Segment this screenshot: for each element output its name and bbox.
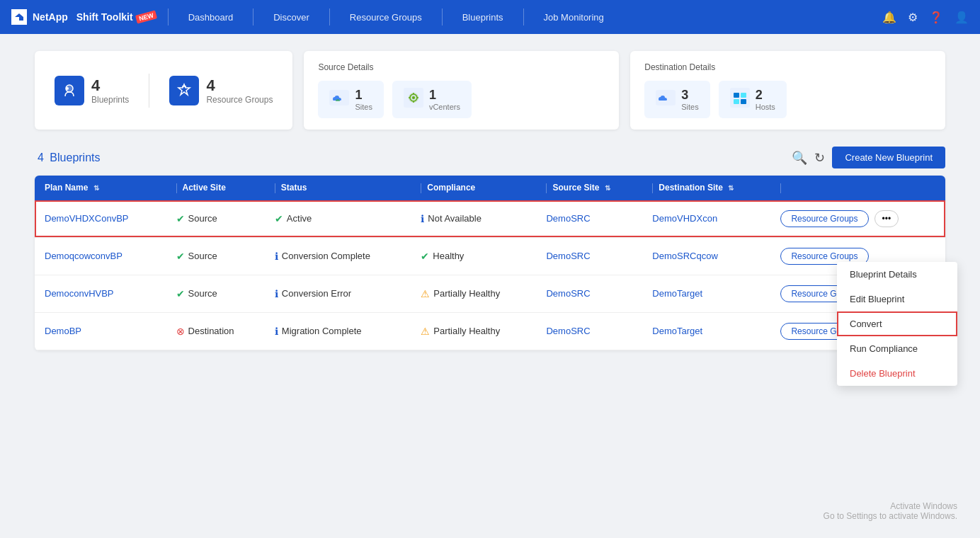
dropdown-item[interactable]: Convert	[837, 311, 957, 336]
svg-rect-10	[734, 93, 739, 98]
col-source-site[interactable]: Source Site ⇅	[536, 176, 642, 200]
table-row[interactable]: DemoBP ⊗ Destination ℹ Migration Complet…	[35, 312, 945, 350]
main-content: 4 Blueprints 4 Resource Groups	[12, 34, 968, 367]
dropdown-item[interactable]: Run Compliance	[837, 336, 957, 361]
blueprints-label: Blueprints	[91, 95, 129, 105]
table-count: 4 Blueprints	[35, 151, 101, 164]
product-badge: NEW	[135, 10, 157, 23]
create-blueprint-button[interactable]: Create New Blueprint	[832, 147, 945, 168]
compliance-badge: ⚠ Partially Healthy	[421, 288, 500, 299]
resource-groups-button[interactable]: Resource Groups	[780, 210, 868, 227]
azure-icon	[730, 88, 750, 111]
dest-hosts-stat: 2 Hosts	[719, 81, 787, 118]
dropdown-item[interactable]: Edit Blueprint	[837, 287, 957, 311]
nav-right-icons: 🔔 ⚙ ❓ 👤	[882, 11, 969, 24]
nav-discover[interactable]: Discover	[265, 12, 318, 23]
svg-point-7	[412, 96, 415, 99]
nav-divider-1	[168, 8, 169, 25]
cell-active-site: ✔ Source	[166, 237, 265, 275]
compliance-badge: ℹ Not Available	[421, 213, 482, 224]
cell-status: ✔ Active	[265, 200, 411, 238]
col-actions	[770, 176, 945, 200]
source-site-link[interactable]: DemoSRC	[546, 213, 590, 224]
active-site-badge: ✔ Source	[176, 213, 217, 224]
warning-icon: ⚠	[421, 326, 430, 337]
dest-site-link[interactable]: DemoTarget	[652, 288, 702, 299]
sort-icon-source-site: ⇅	[605, 184, 610, 192]
source-vcenters-count: 1	[429, 88, 460, 103]
dropdown-item[interactable]: Delete Blueprint	[837, 361, 957, 367]
resource-groups-label: Resource Groups	[206, 95, 273, 105]
source-site-link[interactable]: DemoSRC	[546, 288, 590, 299]
help-icon[interactable]: ❓	[929, 11, 943, 24]
source-sites-stat: 1 Sites	[318, 81, 383, 118]
svg-rect-13	[741, 99, 746, 104]
table-row[interactable]: DemoconvHVBP ✔ Source ℹ Conversion Error…	[35, 275, 945, 312]
plan-name-link[interactable]: DemoqcowconvBP	[45, 251, 122, 261]
sort-icon-plan-name: ⇅	[93, 184, 99, 192]
search-button[interactable]: 🔍	[792, 150, 807, 166]
status-badge: ℹ Migration Complete	[275, 326, 362, 337]
refresh-button[interactable]: ↻	[814, 150, 825, 166]
cell-compliance: ⚠ Partially Healthy	[411, 275, 536, 312]
col-plan-name[interactable]: Plan Name ⇅	[35, 176, 166, 200]
active-site-badge: ✔ Source	[176, 251, 217, 262]
plan-name-link[interactable]: DemoconvHVBP	[45, 288, 114, 299]
brand-name: NetApp	[33, 11, 68, 23]
table-row[interactable]: DemoqcowconvBP ✔ Source ℹ Conversion Com…	[35, 237, 945, 275]
settings-icon[interactable]: ⚙	[908, 11, 918, 24]
check-circle-icon: ✔	[176, 288, 185, 299]
table-header-row: 4 Blueprints 🔍 ↻ Create New Blueprint	[35, 147, 945, 168]
cell-active-site: ⊗ Destination	[166, 312, 265, 350]
status-badge: ℹ Conversion Complete	[275, 251, 370, 262]
source-vcenters-info: 1 vCenters	[429, 88, 460, 111]
col-destination-site[interactable]: Destination Site ⇅	[642, 176, 770, 200]
table-body: DemoVHDXConvBP ✔ Source ✔ Active ℹ Not A…	[35, 200, 945, 350]
svg-rect-11	[741, 93, 746, 98]
nav-resource-groups[interactable]: Resource Groups	[341, 12, 431, 23]
nav-blueprints[interactable]: Blueprints	[454, 12, 512, 23]
info-circle-icon: ℹ	[421, 213, 424, 224]
col-status: Status	[265, 176, 411, 200]
cell-source-site: DemoSRC	[536, 237, 642, 275]
cell-plan-name: DemoconvHVBP	[35, 275, 166, 312]
resource-groups-count: 4	[206, 76, 273, 95]
user-icon[interactable]: 👤	[955, 11, 969, 24]
dest-site-icon: ⊗	[176, 326, 185, 337]
source-stats-row: 1 Sites 1	[318, 81, 605, 118]
table-row[interactable]: DemoVHDXConvBP ✔ Source ✔ Active ℹ Not A…	[35, 200, 945, 238]
cell-plan-name: DemoBP	[35, 312, 166, 350]
cell-active-site: ✔ Source	[166, 200, 265, 238]
dest-site-link[interactable]: DemoVHDXcon	[652, 213, 717, 224]
compliance-badge: ✔ Healthy	[421, 251, 464, 262]
blueprints-stat: 4 Blueprints	[55, 76, 129, 105]
nav-job-monitoring[interactable]: Job Monitoring	[535, 12, 612, 23]
dropdown-item[interactable]: Blueprint Details	[837, 262, 957, 287]
blueprints-count: 4	[91, 76, 129, 95]
source-vcenters-label: vCenters	[429, 103, 460, 111]
source-sites-count: 1	[355, 88, 372, 103]
resource-groups-info: 4 Resource Groups	[206, 76, 273, 105]
blueprints-rg-card: 4 Blueprints 4 Resource Groups	[35, 51, 292, 130]
warning-icon: ⚠	[421, 288, 430, 299]
status-badge: ✔ Active	[275, 213, 312, 224]
check-circle-icon: ✔	[176, 251, 185, 262]
source-details-title: Source Details	[318, 62, 605, 72]
source-sites-info: 1 Sites	[355, 88, 372, 111]
nav-dashboard[interactable]: Dashboard	[180, 12, 242, 23]
source-site-link[interactable]: DemoSRC	[546, 251, 590, 261]
blueprints-info: 4 Blueprints	[91, 76, 129, 105]
col-compliance: Compliance	[411, 176, 536, 200]
notification-icon[interactable]: 🔔	[882, 11, 896, 24]
info-circle-icon: ℹ	[275, 326, 278, 337]
cell-status: ℹ Conversion Complete	[265, 237, 411, 275]
dest-site-link[interactable]: DemoTarget	[652, 326, 702, 336]
plan-name-link[interactable]: DemoBP	[45, 326, 81, 336]
active-site-badge: ✔ Source	[176, 288, 217, 299]
plan-name-link[interactable]: DemoVHDXConvBP	[45, 213, 129, 224]
cell-source-site: DemoSRC	[536, 275, 642, 312]
source-site-link[interactable]: DemoSRC	[546, 326, 590, 336]
info-circle-icon: ℹ	[275, 251, 278, 262]
dest-site-link[interactable]: DemoSRCqcow	[652, 251, 717, 261]
more-actions-button[interactable]: •••	[874, 210, 899, 227]
